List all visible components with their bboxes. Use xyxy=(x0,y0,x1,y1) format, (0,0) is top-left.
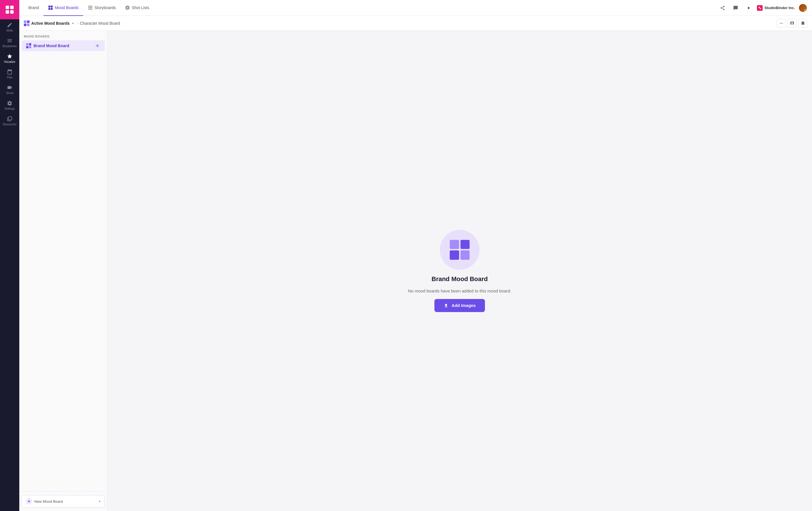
add-images-button[interactable]: Add Images xyxy=(434,299,485,312)
breadcrumb-current: Character Mood Board xyxy=(80,21,120,26)
sidebar-item-visualize[interactable]: Visualize xyxy=(0,51,19,66)
sidebar-section-label: Mood Boards xyxy=(19,31,107,41)
empty-state-subtitle: No mood boards have been added to this m… xyxy=(408,289,511,293)
sidebar-item-shoot[interactable]: Shoot xyxy=(0,82,19,98)
svg-rect-6 xyxy=(49,8,51,10)
svg-rect-2 xyxy=(6,10,9,14)
sub-header: Active Mood Boards / Character Mood Boar… xyxy=(19,16,812,31)
mood-board-icon xyxy=(26,43,31,48)
breadcrumb-divider: / xyxy=(77,21,78,26)
tab-mood-boards[interactable]: Mood Boards xyxy=(44,0,83,16)
sidebar: Mood Boards Brand Mood Board 0 + New Moo… xyxy=(19,31,107,511)
plus-icon: + xyxy=(26,498,32,505)
mood-board-icon-small xyxy=(24,21,30,26)
svg-rect-8 xyxy=(88,6,92,6)
sub-header-left: Active Mood Boards / Character Mood Boar… xyxy=(24,21,775,26)
svg-rect-9 xyxy=(88,7,92,8)
nav-actions: StudioBinder Inc. xyxy=(718,3,808,13)
tab-brand[interactable]: Brand xyxy=(24,0,44,16)
mood-board-big-icon xyxy=(450,240,470,260)
empty-state-icon xyxy=(440,230,480,270)
main-area: Brand Mood Boards Storyboards Shot Lists xyxy=(19,0,812,511)
sidebar-item-brand-mood-board[interactable]: Brand Mood Board 0 xyxy=(22,41,105,51)
item-badge: 0 xyxy=(94,44,100,48)
more-options-button[interactable] xyxy=(777,19,786,28)
bookmark-button[interactable] xyxy=(799,19,808,28)
svg-rect-3 xyxy=(10,10,13,14)
chevron-down-icon: ▾ xyxy=(99,499,100,503)
sidebar-item-write[interactable]: Write xyxy=(0,19,19,35)
online-indicator xyxy=(804,9,807,12)
user-avatar[interactable] xyxy=(799,3,808,12)
icon-rail: Write Breakdown Visualize Plan Shoot Set… xyxy=(0,0,19,511)
svg-rect-10 xyxy=(88,8,92,9)
svg-rect-5 xyxy=(51,5,53,7)
empty-state-title: Brand Mood Board xyxy=(432,275,488,283)
sub-header-actions xyxy=(777,19,808,28)
sidebar-item-settings[interactable]: Settings xyxy=(0,98,19,113)
app-logo[interactable] xyxy=(0,0,19,19)
tab-storyboards[interactable]: Storyboards xyxy=(83,0,120,16)
tab-shot-lists[interactable]: Shot Lists xyxy=(120,0,153,16)
active-mood-boards-dropdown[interactable]: Active Mood Boards xyxy=(31,21,75,26)
sidebar-item-resources[interactable]: Resources xyxy=(0,113,19,129)
play-button[interactable] xyxy=(744,3,754,13)
sidebar-item-plan[interactable]: Plan xyxy=(0,66,19,82)
new-mood-board-button[interactable]: + New Mood Board ▾ xyxy=(22,495,105,508)
content-area: Mood Boards Brand Mood Board 0 + New Moo… xyxy=(19,31,812,511)
add-to-board-button[interactable] xyxy=(788,19,797,28)
upload-icon xyxy=(443,303,448,308)
share-button[interactable] xyxy=(718,3,727,13)
studio-binder-label: StudioBinder Inc. xyxy=(757,5,795,11)
svg-rect-7 xyxy=(51,8,53,10)
svg-rect-4 xyxy=(49,5,51,7)
top-nav: Brand Mood Boards Storyboards Shot Lists xyxy=(19,0,812,16)
main-panel: Brand Mood Board No mood boards have bee… xyxy=(107,31,812,511)
sidebar-footer: + New Mood Board ▾ xyxy=(19,491,107,511)
comment-button[interactable] xyxy=(731,3,741,13)
sidebar-item-breakdown[interactable]: Breakdown xyxy=(0,35,19,51)
svg-rect-0 xyxy=(6,6,9,9)
svg-rect-1 xyxy=(10,6,13,9)
